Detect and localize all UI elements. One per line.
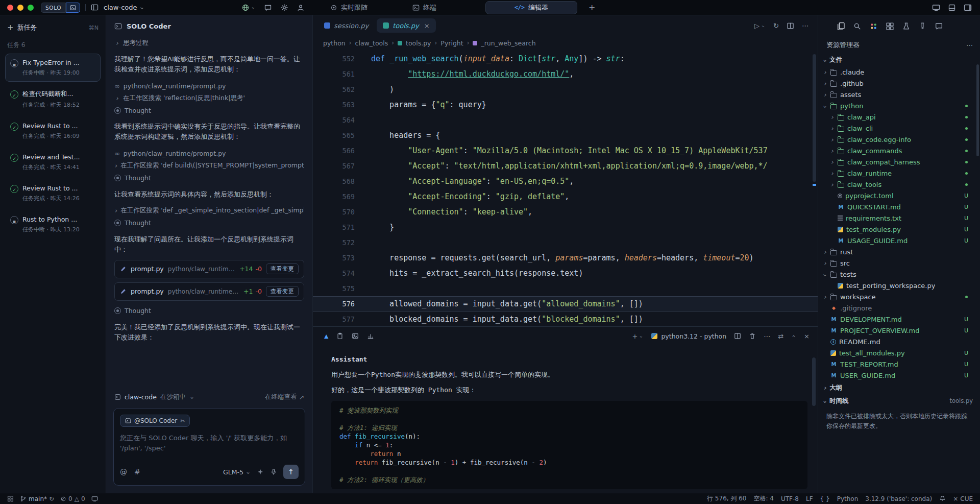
- problems-indicator[interactable]: 0 △ 0: [60, 495, 85, 502]
- new-terminal-button[interactable]: +›: [632, 332, 644, 340]
- sync-icon[interactable]: ↻: [49, 495, 54, 502]
- search-icon[interactable]: [853, 22, 862, 31]
- settings-gear-icon[interactable]: [280, 4, 288, 12]
- file-tree-row[interactable]: M QUICKSTART.md U: [818, 201, 980, 212]
- close-panel-icon[interactable]: ×: [804, 332, 810, 340]
- chat-collapsible-step[interactable]: › 在工作区搜索 'def _get_simple_intro_section|…: [114, 205, 304, 217]
- split-editor-icon[interactable]: [787, 22, 794, 30]
- file-tree-row[interactable]: › claw_api: [818, 111, 980, 123]
- file-tree-row[interactable]: › python: [818, 100, 980, 111]
- file-tree-row[interactable]: ◆ .gitignore: [818, 302, 980, 314]
- flask-icon[interactable]: [918, 22, 927, 31]
- breadcrumb-item[interactable]: python: [323, 39, 346, 47]
- file-tree-row[interactable]: › claw_commands: [818, 145, 980, 156]
- file-tree-row[interactable]: test_porting_workspace.py: [818, 280, 980, 291]
- editor-scrollbar[interactable]: [813, 54, 816, 182]
- chat-thought-row[interactable]: Thought: [114, 217, 304, 229]
- file-tree-row[interactable]: › .github: [818, 78, 980, 89]
- chat-collapsible-step[interactable]: › 思考过程: [114, 37, 304, 49]
- tab-tools-py[interactable]: tools.py ×: [377, 18, 435, 33]
- view-changes-button[interactable]: 查看变更: [266, 286, 299, 297]
- file-tree-row[interactable]: M PROJECT_OVERVIEW.md U: [818, 325, 980, 336]
- tab-session-py[interactable]: session.py: [318, 18, 375, 33]
- file-tree-row[interactable]: pyproject.toml U: [818, 190, 980, 201]
- task-list-item[interactable]: Review and Test... 任务完成 · 昨天 14:41: [5, 148, 101, 176]
- minimize-window-button[interactable]: [17, 5, 23, 11]
- tab-live-follow[interactable]: 实时跟随: [330, 3, 368, 12]
- run-cell-icon[interactable]: ▲: [324, 333, 328, 340]
- eol-indicator[interactable]: LF: [806, 495, 813, 502]
- chat-file-link[interactable]: ∞ python/claw_runtime/prompt.py: [114, 80, 304, 92]
- view-changes-button[interactable]: 查看变更: [266, 263, 299, 274]
- file-tree-row[interactable]: › src: [818, 257, 980, 269]
- chat-thread[interactable]: › 思考过程 我理解了！您希望AI能够进行反思，而不是简单地一问一答。让我检查并…: [106, 37, 312, 389]
- breadcrumb-item[interactable]: claw_tools: [355, 39, 388, 47]
- chat-collapsible-step[interactable]: › 在工作区搜索 'def build\(|SYSTEM_PROMPT|syst…: [114, 160, 304, 172]
- more-actions-icon[interactable]: ⋯: [764, 332, 770, 340]
- screen-cast-icon[interactable]: [91, 495, 98, 502]
- layout-icon[interactable]: [964, 4, 972, 12]
- hashtag-icon[interactable]: #: [134, 468, 140, 476]
- zoom-window-button[interactable]: [28, 5, 34, 11]
- chart-icon[interactable]: [367, 332, 374, 340]
- close-window-button[interactable]: [7, 5, 13, 11]
- workspace-switcher[interactable]: claw-code ›: [104, 4, 144, 11]
- agent-mention-chip[interactable]: @SOLO Coder ✂: [120, 415, 190, 427]
- chat-input-box[interactable]: @SOLO Coder ✂ 您正在与 SOLO Coder 聊天，输入 '/' …: [113, 408, 305, 486]
- file-tree-row[interactable]: M DEVELOPMENT.md U: [818, 314, 980, 325]
- chat-file-link[interactable]: ∞ python/claw_runtime/prompt.py: [114, 148, 304, 160]
- toggle-panel-icon[interactable]: [948, 4, 956, 12]
- tab-editor[interactable]: </> 编辑器: [485, 1, 577, 14]
- task-list-item[interactable]: Fix TypeError in ... 任务中断 · 昨天 19:00: [5, 54, 101, 82]
- accounts-people-icon[interactable]: [869, 22, 878, 31]
- code-editor[interactable]: 552 def _run_web_search(input_data: Dict…: [313, 50, 818, 326]
- brackets-indicator[interactable]: { }: [820, 495, 830, 502]
- run-file-button[interactable]: ▷›: [754, 22, 766, 30]
- file-tree-row[interactable]: › claw_runtime: [818, 167, 980, 179]
- new-task-button[interactable]: + 新任务 ⌘N: [5, 19, 101, 36]
- language-indicator[interactable]: Python: [837, 495, 859, 502]
- add-view-button[interactable]: +: [589, 3, 595, 12]
- chat-collapsible-step[interactable]: › 在工作区搜索 'reflection|反思|think|思考': [114, 92, 304, 104]
- remote-indicator-icon[interactable]: [7, 495, 14, 502]
- files-copy-icon[interactable]: [837, 22, 845, 31]
- terminal-env-label[interactable]: python3.12 - python: [651, 332, 726, 340]
- solo-mode-switch[interactable]: SOLO: [41, 3, 80, 13]
- task-list-item[interactable]: Review Rust to ... 任务完成 · 昨天 16:09: [5, 117, 101, 145]
- chat-thought-row[interactable]: Thought: [114, 172, 304, 184]
- file-tree-row[interactable]: i README.md: [818, 336, 980, 347]
- sync-icon[interactable]: ↻: [773, 22, 779, 30]
- environment-globe-icon[interactable]: ›: [241, 4, 256, 12]
- toggle-sidebar-icon[interactable]: [91, 4, 99, 11]
- test-beaker-icon[interactable]: [902, 22, 911, 31]
- file-tree-row[interactable]: M TEST_REPORT.md U: [818, 358, 980, 370]
- section-files[interactable]: › 文件: [818, 53, 980, 66]
- solo-label[interactable]: SOLO: [41, 3, 66, 13]
- indentation-indicator[interactable]: 空格: 4: [753, 494, 774, 503]
- chat-input-placeholder[interactable]: 您正在与 SOLO Coder 聊天，输入 '/' 获取更多能力，如 '/pla…: [120, 433, 299, 453]
- file-change-chip[interactable]: prompt.py python/claw_runtime/pro... +14…: [114, 260, 304, 278]
- split-terminal-icon[interactable]: [734, 332, 741, 340]
- swap-panel-icon[interactable]: ⇄: [778, 332, 783, 340]
- file-tree-row[interactable]: › .claude: [818, 66, 980, 78]
- image-icon[interactable]: [352, 332, 359, 340]
- cursor-position-indicator[interactable]: 行 576, 列 60: [707, 494, 746, 503]
- task-list-item[interactable]: 检查代码截断和... 任务完成 · 昨天 18:52: [5, 85, 101, 114]
- file-tree-row[interactable]: M USER_GUIDE.md U: [818, 370, 980, 381]
- section-outline[interactable]: › 大纲: [818, 381, 980, 394]
- terminal-mode-icon[interactable]: [66, 3, 80, 13]
- mention-icon[interactable]: @: [120, 468, 127, 476]
- task-list-item[interactable]: Rust to Python ... 任务中断 · 昨天 13:20: [5, 210, 101, 238]
- file-tree-row[interactable]: › workspace: [818, 291, 980, 302]
- tab-terminal[interactable]: 终端: [412, 3, 436, 12]
- file-tree-row[interactable]: › tests: [818, 269, 980, 280]
- cue-extension-indicator[interactable]: × CUE: [953, 495, 973, 502]
- terminal-output[interactable]: Assistant 用户想要一个Python实现的斐波那契数列。我可以直接写一个…: [313, 345, 818, 493]
- comments-icon[interactable]: [935, 22, 943, 31]
- sandbox-mode-label[interactable]: 在沙箱中: [160, 393, 186, 401]
- task-list-item[interactable]: Review Rust to ... 任务完成 · 昨天 14:26: [5, 179, 101, 207]
- notifications-bell-icon[interactable]: [939, 495, 946, 502]
- file-tree-row[interactable]: test_all_modules.py U: [818, 347, 980, 358]
- clipboard-icon[interactable]: [336, 332, 344, 340]
- interpreter-indicator[interactable]: 3.12.9 ('base': conda): [865, 495, 932, 502]
